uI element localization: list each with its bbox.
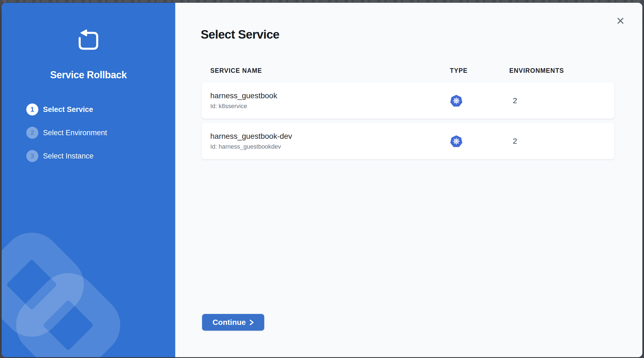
kubernetes-icon [450,135,463,148]
column-header-environments: ENVIRONMENTS [509,67,614,74]
page-title: Select Service [201,28,279,41]
wizard-sidebar: Service Rollback 1 Select Service 2 Sele… [2,3,175,357]
step-select-instance[interactable]: 3 Select Instance [26,150,167,162]
environments-count: 2 [509,137,614,146]
dimmed-background-page [3,0,641,2]
step-select-service[interactable]: 1 Select Service [26,103,167,116]
continue-button[interactable]: Continue [202,314,264,331]
chevron-right-icon [249,319,254,326]
service-name-cell: harness_guestbook-dev Id: harness_guestb… [210,132,450,150]
step-select-environment[interactable]: 2 Select Environment [26,127,167,139]
service-rollback-dialog: Service Rollback 1 Select Service 2 Sele… [2,3,642,357]
service-name-cell: harness_guestbook Id: k8sservice [210,91,450,110]
continue-button-label: Continue [212,318,246,327]
column-header-type: TYPE [450,67,509,74]
step-number-badge: 1 [26,103,38,116]
step-number-badge: 2 [26,127,38,139]
service-type-cell [450,135,509,148]
step-number-badge: 3 [26,150,38,162]
step-label: Select Environment [43,129,107,137]
service-name: harness_guestbook [210,91,450,100]
select-service-panel: Select Service SERVICE NAME TYPE ENVIRON… [175,3,642,357]
harness-logo-watermark [2,3,175,357]
table-row-harness-guestbook[interactable]: harness_guestbook Id: k8sservice [202,82,614,119]
column-header-service-name: SERVICE NAME [210,67,450,74]
service-list: harness_guestbook Id: k8sservice [202,82,614,159]
close-icon [617,17,624,25]
table-row-harness-guestbook-dev[interactable]: harness_guestbook-dev Id: harness_guestb… [202,123,614,159]
rollback-loop-icon [77,29,100,51]
table-header: SERVICE NAME TYPE ENVIRONMENTS [202,67,614,74]
service-id: Id: harness_guestbookdev [210,143,450,150]
step-label: Select Service [43,105,93,114]
step-label: Select Instance [43,152,94,160]
service-type-cell [450,94,509,107]
environments-count: 2 [509,96,614,105]
service-name: harness_guestbook-dev [210,132,450,141]
service-id: Id: k8sservice [210,103,450,110]
close-button[interactable] [614,15,626,27]
wizard-title: Service Rollback [2,69,175,81]
wizard-steps: 1 Select Service 2 Select Environment 3 … [26,103,167,162]
kubernetes-icon [450,94,463,107]
